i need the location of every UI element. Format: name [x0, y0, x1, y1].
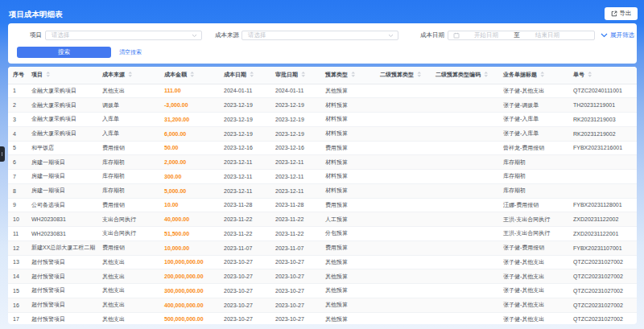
sort-icon[interactable]	[46, 72, 51, 77]
source-select[interactable]: 请选择	[242, 31, 398, 40]
cell-二级预算类型	[375, 84, 431, 98]
cell-二级预算类型编码	[431, 84, 498, 98]
column-header-4[interactable]: 成本日期	[219, 67, 270, 84]
cell-二级预算类型	[375, 269, 431, 284]
cell-序号: 13	[8, 255, 27, 269]
table-row[interactable]: 13超付预警项目其他支出100,000,000.002023-10-272023…	[8, 255, 637, 269]
sort-icon[interactable]	[417, 72, 422, 77]
cell-项目: 超付预警项目	[27, 284, 97, 298]
filter-panel: 项目 请选择 成本来源 请选择 成本日期 开始日期 至 结束日期 展开筛选 搜索…	[8, 23, 637, 64]
cell-审批日期: 2023-10-27	[270, 269, 320, 284]
table-row[interactable]: 17超付预警项目其他支出500,000,000.002023-10-272023…	[8, 312, 637, 324]
project-select[interactable]: 请选择	[45, 31, 202, 40]
cell-二级预算类型	[375, 284, 431, 298]
cell-预算类型: 其他预算	[320, 312, 375, 324]
cell-序号: 9	[8, 198, 27, 212]
cell-项目: 公司备选项目	[27, 198, 97, 212]
cell-序号: 6	[8, 155, 27, 170]
table-row[interactable]: 5和平饭店费用报销50.002023-12-162023-12-16费用预算曾祥…	[8, 141, 637, 155]
date-end-input[interactable]: 结束日期	[521, 31, 574, 39]
cell-二级预算类型	[375, 113, 431, 127]
cell-成本日期: 2023-11-22	[219, 227, 270, 241]
search-button[interactable]: 搜索	[17, 47, 111, 58]
table-row[interactable]: 9公司备选项目费用报销10.002023-11-282023-11-28费用预算…	[8, 198, 637, 212]
column-header-8[interactable]: 二级预算类型编码	[431, 67, 498, 84]
table-row[interactable]: 14超付预警项目其他支出200,000,000.002023-10-272023…	[8, 269, 637, 284]
cell-二级预算类型	[375, 155, 431, 170]
table-row[interactable]: 6房建一期项目库存期初2,000.002023-12-112023-12-11材…	[8, 155, 637, 170]
column-header-5[interactable]: 审批日期	[270, 67, 320, 84]
cell-序号: 2	[8, 98, 27, 113]
cell-预算类型: 其他预算	[320, 298, 375, 312]
table-row[interactable]: 12新建XX总部大厦工程二期费用报销10,000.002023-11-07202…	[8, 241, 637, 255]
cell-业务单据标题: 张子健-其他支出	[498, 312, 568, 324]
sort-icon[interactable]	[540, 72, 545, 77]
cell-审批日期: 2023-11-22	[270, 212, 320, 227]
cell-业务单据标题: 张子健-费用报销	[498, 241, 568, 255]
cell-单号: FYBX20231128001	[568, 198, 637, 212]
sort-icon[interactable]	[190, 72, 195, 77]
cell-业务单据标题: 张子健-其他支出	[498, 255, 568, 269]
column-header-2[interactable]: 成本来源	[97, 67, 159, 84]
table-row[interactable]: 1金融大厦采购项目其他支出111.002024-01-112024-01-11其…	[8, 84, 637, 98]
sort-icon[interactable]	[250, 72, 254, 77]
table-row[interactable]: 2金融大厦采购项目调拨单-3,000.002023-12-192023-12-1…	[8, 98, 637, 113]
cell-序号: 17	[8, 312, 27, 324]
cell-成本日期: 2024-01-11	[219, 84, 270, 98]
cell-业务单据标题: 张子健-调拨单	[498, 98, 568, 113]
sort-icon[interactable]	[301, 72, 306, 77]
cell-审批日期: 2023-10-27	[270, 298, 320, 312]
date-range-picker[interactable]: 开始日期 至 结束日期	[448, 31, 595, 40]
table-row[interactable]: 10WH20230831支出合同执行40,000.002023-11-22202…	[8, 212, 637, 227]
clear-search-button[interactable]: 清空搜索	[119, 47, 142, 58]
cell-单号: QTZC20231027002	[568, 312, 637, 324]
table-row[interactable]: 7房建一期项目库存期初300.002023-12-112023-12-11材料预…	[8, 170, 637, 184]
date-separator: 至	[513, 31, 521, 39]
column-header-6[interactable]: 预算类型	[320, 67, 375, 84]
cell-预算类型: 材料预算	[320, 155, 375, 170]
sort-icon[interactable]	[128, 72, 133, 77]
cell-业务单据标题: 张子健-其他支出	[498, 269, 568, 284]
cell-预算类型: 其他预算	[320, 284, 375, 298]
cell-成本日期: 2023-10-27	[219, 255, 270, 269]
table-header: 序号项目成本来源成本金额成本日期审批日期预算类型二级预算类型二级预算类型编码业务…	[8, 67, 637, 84]
cell-成本金额: -3,000.00	[159, 98, 219, 113]
cell-项目: 房建一期项目	[27, 170, 97, 184]
cell-成本来源: 库存期初	[97, 155, 159, 170]
column-header-9[interactable]: 业务单据标题	[498, 67, 568, 84]
cell-成本来源: 支出合同执行	[97, 227, 159, 241]
table-row[interactable]: 8房建一期项目库存期初5,000.002023-12-112023-12-11材…	[8, 183, 637, 198]
cell-二级预算类型	[375, 141, 431, 155]
cell-成本日期: 2023-12-19	[219, 113, 270, 127]
export-button[interactable]: 导出	[605, 7, 638, 20]
sort-icon[interactable]	[351, 72, 356, 77]
cell-单号: RK20231219003	[568, 113, 637, 127]
cell-二级预算类型	[375, 98, 431, 113]
cell-成本金额: 100,000,000.00	[159, 255, 219, 269]
cell-成本日期: 2023-12-19	[219, 126, 270, 141]
cell-审批日期: 2023-12-19	[270, 113, 320, 127]
cell-二级预算类型编码	[431, 212, 498, 227]
table-row[interactable]: 3金融大厦采购项目入库单31,200.002023-12-192023-12-1…	[8, 113, 637, 127]
cell-项目: 超付预警项目	[27, 269, 97, 284]
cell-审批日期: 2023-12-11	[270, 170, 320, 184]
date-start-input[interactable]: 开始日期	[460, 31, 513, 39]
column-header-10[interactable]: 单号	[568, 67, 637, 84]
column-header-3[interactable]: 成本金额	[159, 67, 219, 84]
cell-单号	[568, 170, 637, 184]
cell-项目: WH20230831	[27, 212, 97, 227]
table-row[interactable]: 11WH20230831支出合同执行51,500.002023-11-22202…	[8, 227, 637, 241]
cell-审批日期: 2023-12-11	[270, 183, 320, 198]
sidebar-collapse-handle[interactable]	[0, 146, 5, 162]
chevron-down-icon	[388, 34, 394, 38]
table-row[interactable]: 16超付预警项目其他支出400,000,000.002023-10-272023…	[8, 298, 637, 312]
table-row[interactable]: 15超付预警项目其他支出300,000,000.002023-10-272023…	[8, 284, 637, 298]
table-row[interactable]: 4金融大厦采购项目入库单6,000.002023-12-192023-12-19…	[8, 126, 637, 141]
expand-filter-link[interactable]: 展开筛选	[601, 31, 634, 40]
cell-预算类型: 材料预算	[320, 126, 375, 141]
sort-icon[interactable]	[588, 72, 592, 77]
sort-icon[interactable]	[484, 72, 489, 77]
cell-业务单据标题: 张子健-其他支出	[498, 298, 568, 312]
column-header-7[interactable]: 二级预算类型	[375, 67, 431, 84]
column-header-1[interactable]: 项目	[27, 67, 97, 84]
